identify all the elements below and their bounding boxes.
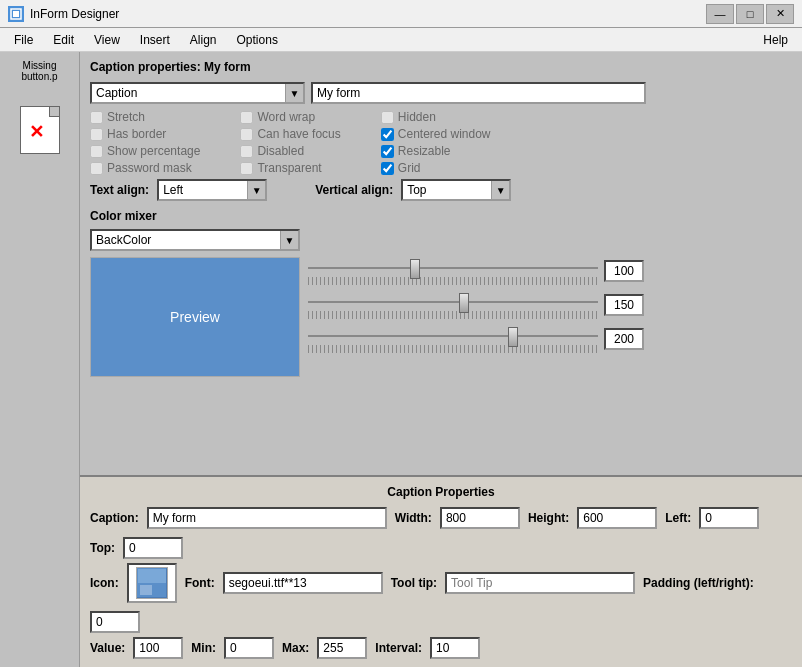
color-dropdown-arrow[interactable]: ▼ — [280, 231, 298, 249]
preview-area: Preview 100 — [90, 257, 792, 377]
height-prop-input[interactable] — [577, 507, 657, 529]
min-prop-label: Min: — [191, 641, 216, 655]
cb-disabled-input[interactable] — [240, 145, 253, 158]
color-mixer-section: Color mixer BackColor ▼ Preview — [90, 209, 792, 377]
app-icon — [8, 6, 24, 22]
cb-stretch-label: Stretch — [107, 110, 145, 124]
slider2-container: 150 — [308, 291, 792, 319]
vertical-align-value: Top — [403, 181, 491, 199]
slider2-track[interactable] — [308, 291, 598, 319]
slider1-dots — [308, 277, 598, 285]
width-prop-input[interactable] — [440, 507, 520, 529]
checkbox-col1: Stretch Has border Show percentage Passw… — [90, 110, 200, 175]
slider2-thumb[interactable] — [459, 293, 469, 313]
slider3-track[interactable] — [308, 325, 598, 353]
slider1-thumb[interactable] — [410, 259, 420, 279]
slider2-dots — [308, 311, 598, 319]
slider1-track[interactable] — [308, 257, 598, 285]
cb-transparent-input[interactable] — [240, 162, 253, 175]
slider3-dots — [308, 345, 598, 353]
missing-button-label: Missing button.p — [10, 60, 70, 82]
props-row2: Icon: Font: Tool tip: Padding (left/righ… — [90, 563, 792, 633]
main-area: Missing button.p ✕ Caption properties: M… — [0, 52, 802, 667]
caption-dropdown-value: Caption — [92, 84, 285, 102]
menu-options[interactable]: Options — [227, 31, 288, 49]
vertical-align-dropdown[interactable]: Top ▼ — [401, 179, 511, 201]
cb-disabled: Disabled — [240, 144, 340, 158]
close-button[interactable]: ✕ — [766, 4, 794, 24]
checkbox-col2: Word wrap Can have focus Disabled Transp… — [240, 110, 340, 175]
icon-preview[interactable] — [127, 563, 177, 603]
padding-prop-input[interactable] — [90, 611, 140, 633]
cb-has-border-input[interactable] — [90, 128, 103, 141]
top-prop-input[interactable] — [123, 537, 183, 559]
cb-grid-input[interactable] — [381, 162, 394, 175]
right-panel: Caption properties: My form Caption ▼ My… — [80, 52, 802, 667]
text-align-dropdown[interactable]: Left ▼ — [157, 179, 267, 201]
maximize-button[interactable]: □ — [736, 4, 764, 24]
menu-insert[interactable]: Insert — [130, 31, 180, 49]
cb-password-mask: Password mask — [90, 161, 200, 175]
cb-stretch: Stretch — [90, 110, 200, 124]
vertical-align-label: Vertical align: — [315, 183, 393, 197]
menu-file[interactable]: File — [4, 31, 43, 49]
cb-show-percentage-input[interactable] — [90, 145, 103, 158]
properties-area: Caption properties: My form Caption ▼ My… — [80, 52, 802, 475]
cb-has-border: Has border — [90, 127, 200, 141]
file-icon-x: ✕ — [29, 121, 44, 143]
min-prop-input[interactable] — [224, 637, 274, 659]
slider3-line — [308, 335, 598, 337]
svg-rect-3 — [138, 569, 166, 583]
cb-resizable-label: Resizable — [398, 144, 451, 158]
menu-view[interactable]: View — [84, 31, 130, 49]
padding-prop-label: Padding (left/right): — [643, 576, 754, 590]
cb-can-have-focus: Can have focus — [240, 127, 340, 141]
caption-row: Caption ▼ My form — [90, 82, 792, 104]
menu-help[interactable]: Help — [753, 31, 798, 49]
interval-prop-input[interactable] — [430, 637, 480, 659]
cb-can-have-focus-label: Can have focus — [257, 127, 340, 141]
cb-word-wrap-label: Word wrap — [257, 110, 315, 124]
cb-stretch-input[interactable] — [90, 111, 103, 124]
slider2-value: 150 — [604, 294, 644, 316]
cb-resizable-input[interactable] — [381, 145, 394, 158]
font-prop-input[interactable] — [223, 572, 383, 594]
caption-dropdown-arrow[interactable]: ▼ — [285, 84, 303, 102]
caption-dropdown[interactable]: Caption ▼ — [90, 82, 305, 104]
slider3-value: 200 — [604, 328, 644, 350]
slider3-thumb[interactable] — [508, 327, 518, 347]
menu-edit[interactable]: Edit — [43, 31, 84, 49]
color-dropdown[interactable]: BackColor ▼ — [90, 229, 300, 251]
max-prop-label: Max: — [282, 641, 309, 655]
menu-align[interactable]: Align — [180, 31, 227, 49]
cb-word-wrap-input[interactable] — [240, 111, 253, 124]
file-icon-corner — [49, 107, 59, 117]
max-prop-input[interactable] — [317, 637, 367, 659]
cb-centered-window-input[interactable] — [381, 128, 394, 141]
cb-hidden-input[interactable] — [381, 111, 394, 124]
cb-grid: Grid — [381, 161, 491, 175]
caption-prop-input[interactable] — [147, 507, 387, 529]
form-name-value: My form — [317, 86, 360, 100]
value-prop-input[interactable] — [133, 637, 183, 659]
slider1-value: 100 — [604, 260, 644, 282]
text-align-arrow[interactable]: ▼ — [247, 181, 265, 199]
text-align-label: Text align: — [90, 183, 149, 197]
form-name-input[interactable]: My form — [311, 82, 646, 104]
file-icon: ✕ — [20, 106, 60, 154]
props-row1: Caption: Width: Height: Left: Top: — [90, 507, 792, 559]
slider1-container: 100 — [308, 257, 792, 285]
cb-word-wrap: Word wrap — [240, 110, 340, 124]
vertical-align-arrow[interactable]: ▼ — [491, 181, 509, 199]
align-row: Text align: Left ▼ Vertical align: Top ▼ — [90, 179, 792, 201]
tooltip-prop-input[interactable] — [445, 572, 635, 594]
left-prop-input[interactable] — [699, 507, 759, 529]
svg-rect-4 — [140, 585, 152, 595]
cb-grid-label: Grid — [398, 161, 421, 175]
minimize-button[interactable]: — — [706, 4, 734, 24]
cb-hidden-label: Hidden — [398, 110, 436, 124]
cb-can-have-focus-input[interactable] — [240, 128, 253, 141]
cb-show-percentage-label: Show percentage — [107, 144, 200, 158]
cb-password-mask-input[interactable] — [90, 162, 103, 175]
cb-transparent-label: Transparent — [257, 161, 321, 175]
